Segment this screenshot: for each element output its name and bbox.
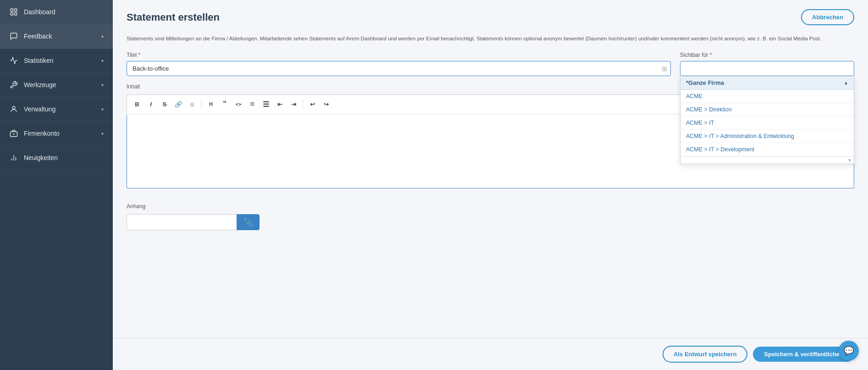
main-content: Statement erstellen Abbrechen Statements… <box>113 0 868 370</box>
sidebar-item-firmenkonto[interactable]: Firmenkonto ▾ <box>0 121 113 146</box>
abbrechen-button[interactable]: Abbrechen <box>801 9 854 25</box>
sidebar-item-verwaltung[interactable]: Verwaltung ▾ <box>0 97 113 121</box>
sidebar-item-label-statistiken: Statistiken <box>24 57 96 64</box>
sidebar-item-dashboard[interactable]: Dashboard <box>0 0 113 24</box>
svg-rect-2 <box>11 13 13 15</box>
svg-rect-0 <box>11 9 13 11</box>
chevron-down-icon-2: ▾ <box>101 58 104 63</box>
sidebar-item-label-dashboard: Dashboard <box>24 8 104 16</box>
sidebar-item-werkzeuge[interactable]: Werkzeuge ▾ <box>0 73 113 97</box>
toolbar-group-text: B I S 🔗 ☺ <box>131 98 199 110</box>
dropdown-scroll-down: ▼ <box>680 156 854 164</box>
sidebar-item-label-werkzeuge: Werkzeuge <box>24 81 96 88</box>
feedback-icon <box>9 32 18 41</box>
svg-point-4 <box>12 106 15 109</box>
toolbar-quote[interactable]: " <box>218 98 231 110</box>
titel-label: Titel * <box>127 52 671 58</box>
verwaltung-icon <box>9 105 18 114</box>
form-row-title: Titel * ⊞ Sichtbar für * *Ganze Firma <box>127 52 854 76</box>
toolbar-bold[interactable]: B <box>131 98 144 110</box>
toolbar-sep-2 <box>303 99 303 109</box>
dropdown-item-0[interactable]: ACME <box>680 90 854 103</box>
toolbar-italic[interactable]: I <box>144 98 157 110</box>
dropdown-scroll-up: ▲ <box>844 80 848 85</box>
sidebar: Dashboard Feedback ▾ Statistiken ▾ Werkz… <box>0 0 113 370</box>
toolbar-ul[interactable]: ≡ <box>246 98 259 110</box>
neuigkeiten-icon <box>9 153 18 162</box>
form-content: Statements sind Mitteilungen an die Firm… <box>113 30 868 338</box>
firmenkonto-icon <box>9 129 18 138</box>
chevron-down-icon-4: ▾ <box>101 107 104 112</box>
toolbar-strikethrough[interactable]: S <box>158 98 171 110</box>
werkzeuge-icon <box>9 80 18 89</box>
sidebar-item-feedback[interactable]: Feedback ▾ <box>0 24 113 49</box>
toolbar-group-format: H " <> ≡ ☰ ⇤ ⇥ <box>205 98 300 110</box>
anhang-input[interactable] <box>127 214 237 230</box>
anhang-row: 📎 <box>127 214 854 230</box>
svg-rect-1 <box>15 9 17 11</box>
svg-rect-3 <box>15 13 17 15</box>
dropdown-item-2[interactable]: ACME > IT <box>680 116 854 130</box>
toolbar-emoji[interactable]: ☺ <box>186 98 199 110</box>
toolbar-ol[interactable]: ☰ <box>260 98 272 110</box>
sidebar-item-label-feedback: Feedback <box>24 33 96 40</box>
dropdown-item-1[interactable]: ACME > Direktion <box>680 103 854 116</box>
chat-icon: 💬 <box>844 346 854 356</box>
toolbar-sep-1 <box>201 99 202 109</box>
sidebar-item-label-verwaltung: Verwaltung <box>24 105 96 113</box>
header-bar: Statement erstellen Abbrechen <box>113 0 868 30</box>
expand-icon: ⊞ <box>662 65 667 72</box>
title-input-wrap: ⊞ <box>127 61 671 76</box>
dropdown-header[interactable]: *Ganze Firma ▲ <box>680 76 854 90</box>
sidebar-item-label-neuigkeiten: Neuigkeiten <box>24 154 104 161</box>
chevron-down-icon-3: ▾ <box>101 83 104 88</box>
statistiken-icon <box>9 56 18 65</box>
footer-bar: Als Entwurf speichern Speichern & veröff… <box>113 338 868 370</box>
save-draft-button[interactable]: Als Entwurf speichern <box>663 346 747 363</box>
toolbar-undo[interactable]: ↩ <box>306 98 319 110</box>
form-group-title: Titel * ⊞ <box>127 52 671 76</box>
chevron-down-icon-5: ▾ <box>101 131 104 136</box>
description-text: Statements sind Mitteilungen an die Firm… <box>127 34 854 43</box>
titel-input[interactable] <box>127 61 671 76</box>
toolbar-group-history: ↩ ↪ <box>306 98 332 110</box>
toolbar-indent-right[interactable]: ⇥ <box>287 98 300 110</box>
chevron-down-icon: ▾ <box>101 34 104 39</box>
dropdown-item-3[interactable]: ACME > IT > Administration & Entwicklung <box>680 130 854 143</box>
required-marker: * <box>138 52 141 58</box>
toolbar-link[interactable]: 🔗 <box>172 98 185 110</box>
sichtbar-input[interactable] <box>680 61 854 76</box>
toolbar-heading[interactable]: H <box>205 98 217 110</box>
dropdown-item-4[interactable]: ACME > IT > Development <box>680 143 854 156</box>
toolbar-redo[interactable]: ↪ <box>320 98 332 110</box>
sidebar-item-neuigkeiten[interactable]: Neuigkeiten <box>0 146 113 170</box>
toolbar-code[interactable]: <> <box>232 98 245 110</box>
sichtbar-dropdown: *Ganze Firma ▲ ACME ACME > Direktion ACM… <box>680 76 854 164</box>
sidebar-item-statistiken[interactable]: Statistiken ▾ <box>0 49 113 73</box>
toolbar-indent-left[interactable]: ⇤ <box>273 98 286 110</box>
chat-bubble-button[interactable]: 💬 <box>839 341 859 361</box>
form-group-sichtbar: Sichtbar für * *Ganze Firma ▲ ACME ACME … <box>680 52 854 76</box>
sidebar-item-label-firmenkonto: Firmenkonto <box>24 130 96 137</box>
anhang-attach-button[interactable]: 📎 <box>237 214 260 230</box>
dropdown-scroll-area: ACME ACME > Direktion ACME > IT ACME > I… <box>680 90 854 156</box>
form-group-anhang: Anhang 📎 <box>127 196 854 230</box>
anhang-label: Anhang <box>127 203 854 210</box>
required-marker-2: * <box>710 52 712 58</box>
dashboard-icon <box>9 7 18 17</box>
sichtbar-label: Sichtbar für * <box>680 52 854 58</box>
page-title: Statement erstellen <box>127 11 220 23</box>
